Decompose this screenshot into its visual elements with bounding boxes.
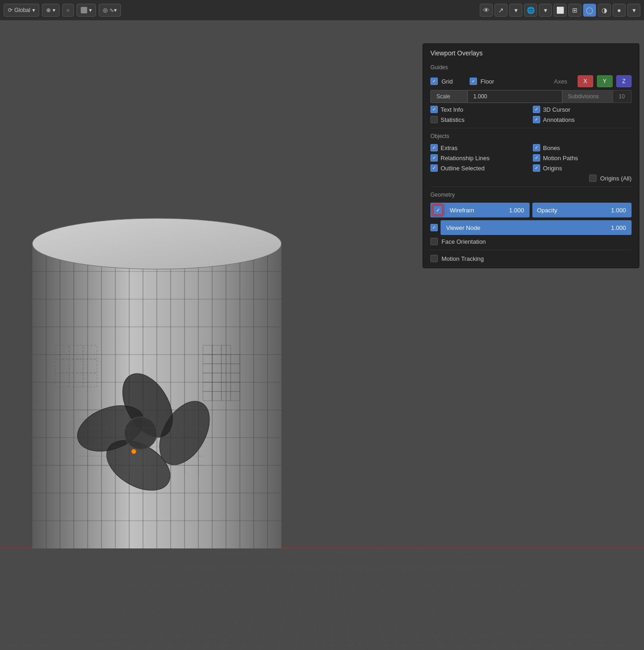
wireframe-checkbox-highlighted[interactable]: ✓ <box>433 205 443 215</box>
wireframe-label: Wirefram <box>445 207 503 214</box>
camera-btn[interactable]: ⬜ <box>554 4 566 17</box>
motion-tracking-row: Motion Tracking <box>430 255 632 262</box>
outline-selected-checkbox[interactable] <box>430 164 438 172</box>
origins-label: Origins <box>543 165 562 172</box>
cursor-3d-half: 3D Cursor <box>533 106 632 113</box>
snap-selector[interactable]: ⊕ ▾ <box>42 4 60 17</box>
svg-point-35 <box>131 449 136 454</box>
overlay-btn[interactable]: 🌐 <box>524 4 537 17</box>
viewport-overlays-panel: Viewport Overlays Guides Grid Floor Axes… <box>423 43 639 268</box>
guides-section-label: Guides <box>430 64 632 71</box>
statistics-half: Statistics <box>430 116 529 123</box>
viewer-node-checkbox[interactable] <box>430 224 438 231</box>
viewport-shade-2[interactable]: ◯ <box>583 4 596 17</box>
viewer-node-label: Viewer Node <box>446 224 480 231</box>
annotations-label: Annotations <box>543 116 575 123</box>
guides-row-3: Text Info 3D Cursor <box>430 106 632 113</box>
relationship-lines-label: Relationship Lines <box>441 155 489 162</box>
axis-y-button[interactable]: Y <box>597 75 613 87</box>
objects-row-1: Extras Bones <box>430 144 632 151</box>
scale-label: Scale <box>430 90 467 103</box>
render-dropdown-icon: ∿▾ <box>109 7 117 13</box>
face-orientation-checkbox[interactable] <box>430 238 438 245</box>
subdivisions-value[interactable]: 10 <box>613 90 632 103</box>
cursor-3d-label: 3D Cursor <box>543 106 570 113</box>
bones-checkbox[interactable] <box>533 144 540 151</box>
proportional-icon: ○ <box>66 7 70 13</box>
snap-dropdown-icon: ▾ <box>53 7 55 13</box>
scale-row: Scale 1.000 Subdivisions 10 <box>430 90 632 103</box>
origins-all-checkbox[interactable] <box>589 175 596 182</box>
color-dropdown-icon: ▾ <box>89 7 92 13</box>
divider-3 <box>430 250 632 250</box>
color-rect <box>81 7 87 13</box>
viewer-node-value: 1.000 <box>611 224 626 231</box>
axis-z-button[interactable]: Z <box>616 75 632 87</box>
origins-checkbox[interactable] <box>533 164 540 172</box>
annotations-checkbox[interactable] <box>533 116 540 123</box>
cylinder-object <box>28 207 286 567</box>
divider-1 <box>430 128 632 128</box>
gizmo-dropdown-btn[interactable]: ▾ <box>509 4 522 17</box>
bones-half: Bones <box>533 144 632 151</box>
motion-paths-label: Motion Paths <box>543 155 578 162</box>
text-info-checkbox[interactable] <box>430 106 438 113</box>
gizmo-btn[interactable]: ↗ <box>495 4 507 17</box>
toolbar: ⟳ Global ▾ ⊕ ▾ ○ ▾ ◎ ∿▾ 👁 ↗ ▾ 🌐 ▾ ⬜ ⊞ ◯ … <box>0 0 644 20</box>
cursor-3d-checkbox[interactable] <box>533 106 540 113</box>
svg-point-29 <box>32 218 281 269</box>
objects-row-3: Outline Selected Origins <box>430 164 632 172</box>
opacity-label: Opacity <box>532 207 605 214</box>
motion-tracking-checkbox[interactable] <box>430 255 438 262</box>
viewport-eye-btn[interactable]: 👁 <box>480 4 493 17</box>
svg-point-34 <box>125 417 157 449</box>
outline-selected-label: Outline Selected <box>441 165 484 172</box>
viewport-shade-3[interactable]: ◑ <box>598 4 611 17</box>
relationship-lines-half: Relationship Lines <box>430 154 529 162</box>
snap-icon: ⊕ <box>46 7 51 13</box>
floor-label: Floor <box>481 78 495 85</box>
viewer-node-field[interactable]: Viewer Node 1.000 <box>441 220 632 235</box>
viewer-node-row: Viewer Node 1.000 <box>430 220 632 235</box>
opacity-value: 1.000 <box>605 207 632 214</box>
statistics-label: Statistics <box>441 116 465 123</box>
proportional-edit[interactable]: ○ <box>62 4 74 17</box>
viewport-more-btn[interactable]: ▾ <box>627 4 640 17</box>
bones-label: Bones <box>543 144 560 151</box>
guides-row-4: Statistics Annotations <box>430 116 632 123</box>
statistics-checkbox[interactable] <box>430 116 438 123</box>
relationship-lines-checkbox[interactable] <box>430 154 438 162</box>
color-selector[interactable]: ▾ <box>77 4 96 17</box>
motion-paths-checkbox[interactable] <box>533 154 540 162</box>
opacity-field[interactable]: Opacity 1.000 <box>532 203 632 217</box>
origins-half: Origins <box>533 164 632 172</box>
toolbar-right: 👁 ↗ ▾ 🌐 ▾ ⬜ ⊞ ◯ ◑ ● ▾ <box>480 4 640 17</box>
transform-label: Global <box>14 7 30 13</box>
outline-selected-half: Outline Selected <box>430 164 529 172</box>
scale-value[interactable]: 1.000 <box>467 90 562 103</box>
extras-half: Extras <box>430 144 529 151</box>
grid-checkbox[interactable] <box>430 78 438 85</box>
subdivisions-label: Subdivisions <box>562 90 613 103</box>
annotations-half: Annotations <box>533 116 632 123</box>
extras-checkbox[interactable] <box>430 144 438 151</box>
objects-row-4: Origins (All) <box>430 175 632 182</box>
motion-tracking-label: Motion Tracking <box>441 255 484 262</box>
3d-viewport[interactable]: Viewport Overlays Guides Grid Floor Axes… <box>0 20 644 650</box>
overlay-dropdown-btn[interactable]: ▾ <box>539 4 552 17</box>
viewport-shade-4[interactable]: ● <box>613 4 626 17</box>
origins-all-label: Origins (All) <box>600 175 632 182</box>
panel-title: Viewport Overlays <box>430 49 632 57</box>
transform-icon: ⟳ <box>8 7 12 13</box>
render-selector[interactable]: ◎ ∿▾ <box>99 4 121 17</box>
face-orientation-label: Face Orientation <box>441 238 486 245</box>
viewport-shade-1[interactable]: ⊞ <box>568 4 581 17</box>
text-info-half: Text Info <box>430 106 529 113</box>
guides-row-1: Grid Floor Axes X Y Z <box>430 75 632 87</box>
floor-checkbox[interactable] <box>470 78 477 85</box>
wireframe-field[interactable]: ✓ Wirefram 1.000 <box>430 203 530 217</box>
transform-selector[interactable]: ⟳ Global ▾ <box>4 4 39 17</box>
divider-2 <box>430 187 632 187</box>
text-info-label: Text Info <box>441 106 463 113</box>
axis-x-button[interactable]: X <box>578 75 593 87</box>
